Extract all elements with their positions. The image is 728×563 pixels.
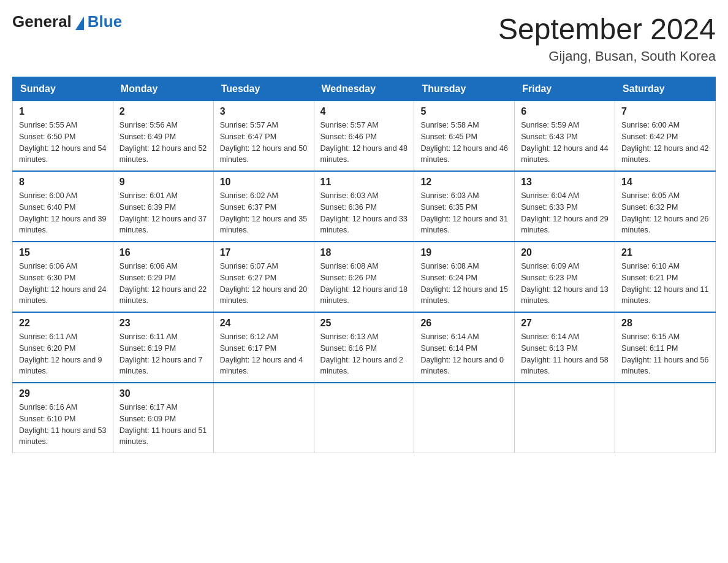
day-number: 13 xyxy=(521,177,609,188)
day-info: Sunrise: 6:10 AMSunset: 6:21 PMDaylight:… xyxy=(621,261,709,307)
day-info: Sunrise: 5:59 AMSunset: 6:43 PMDaylight:… xyxy=(521,120,609,166)
day-number: 2 xyxy=(119,106,207,117)
cell-week2-day1: 9Sunrise: 6:01 AMSunset: 6:39 PMDaylight… xyxy=(113,171,213,242)
cell-week3-day2: 17Sunrise: 6:07 AMSunset: 6:27 PMDayligh… xyxy=(213,242,314,312)
day-info: Sunrise: 6:08 AMSunset: 6:26 PMDaylight:… xyxy=(320,261,408,307)
day-number: 29 xyxy=(19,388,107,399)
day-number: 25 xyxy=(320,318,408,329)
week-row-3: 15Sunrise: 6:06 AMSunset: 6:30 PMDayligh… xyxy=(13,242,716,312)
day-info: Sunrise: 6:14 AMSunset: 6:14 PMDaylight:… xyxy=(420,331,508,377)
day-number: 14 xyxy=(621,177,709,188)
cell-week3-day4: 19Sunrise: 6:08 AMSunset: 6:24 PMDayligh… xyxy=(414,242,515,312)
day-info: Sunrise: 6:05 AMSunset: 6:32 PMDaylight:… xyxy=(621,190,709,236)
cell-week2-day0: 8Sunrise: 6:00 AMSunset: 6:40 PMDaylight… xyxy=(13,171,113,242)
cell-week4-day2: 24Sunrise: 6:12 AMSunset: 6:17 PMDayligh… xyxy=(213,312,314,383)
day-info: Sunrise: 5:57 AMSunset: 6:46 PMDaylight:… xyxy=(320,120,408,166)
day-info: Sunrise: 6:01 AMSunset: 6:39 PMDaylight:… xyxy=(119,190,207,236)
day-number: 18 xyxy=(320,247,408,258)
day-info: Sunrise: 6:12 AMSunset: 6:17 PMDaylight:… xyxy=(220,331,308,377)
day-number: 27 xyxy=(521,318,609,329)
weekday-header-row: SundayMondayTuesdayWednesdayThursdayFrid… xyxy=(13,77,716,101)
cell-week5-day1: 30Sunrise: 6:17 AMSunset: 6:09 PMDayligh… xyxy=(113,383,213,453)
day-number: 1 xyxy=(19,106,107,117)
day-number: 26 xyxy=(420,318,508,329)
title-section: September 2024 Gijang, Busan, South Kore… xyxy=(498,12,716,64)
day-number: 3 xyxy=(220,106,308,117)
day-number: 19 xyxy=(420,247,508,258)
day-number: 7 xyxy=(621,106,709,117)
week-row-4: 22Sunrise: 6:11 AMSunset: 6:20 PMDayligh… xyxy=(13,312,716,383)
cell-week4-day3: 25Sunrise: 6:13 AMSunset: 6:16 PMDayligh… xyxy=(314,312,414,383)
header-thursday: Thursday xyxy=(414,77,515,101)
cell-week1-day4: 5Sunrise: 5:58 AMSunset: 6:45 PMDaylight… xyxy=(414,101,515,172)
logo-general-text: General xyxy=(12,12,72,31)
day-info: Sunrise: 5:58 AMSunset: 6:45 PMDaylight:… xyxy=(420,120,508,166)
cell-week2-day4: 12Sunrise: 6:03 AMSunset: 6:35 PMDayligh… xyxy=(414,171,515,242)
day-info: Sunrise: 6:14 AMSunset: 6:13 PMDaylight:… xyxy=(521,331,609,377)
day-info: Sunrise: 6:00 AMSunset: 6:42 PMDaylight:… xyxy=(621,120,709,166)
day-number: 9 xyxy=(119,177,207,188)
logo-arrow-icon xyxy=(75,17,84,30)
calendar-title: September 2024 xyxy=(498,12,716,46)
cell-week3-day5: 20Sunrise: 6:09 AMSunset: 6:23 PMDayligh… xyxy=(515,242,615,312)
cell-week4-day5: 27Sunrise: 6:14 AMSunset: 6:13 PMDayligh… xyxy=(515,312,615,383)
cell-week3-day0: 15Sunrise: 6:06 AMSunset: 6:30 PMDayligh… xyxy=(13,242,113,312)
day-number: 15 xyxy=(19,247,107,258)
cell-week2-day3: 11Sunrise: 6:03 AMSunset: 6:36 PMDayligh… xyxy=(314,171,414,242)
day-number: 30 xyxy=(119,388,207,399)
day-info: Sunrise: 6:07 AMSunset: 6:27 PMDaylight:… xyxy=(220,261,308,307)
header-friday: Friday xyxy=(515,77,615,101)
day-number: 5 xyxy=(420,106,508,117)
day-info: Sunrise: 6:04 AMSunset: 6:33 PMDaylight:… xyxy=(521,190,609,236)
day-info: Sunrise: 5:55 AMSunset: 6:50 PMDaylight:… xyxy=(19,120,107,166)
day-number: 28 xyxy=(621,318,709,329)
cell-week1-day1: 2Sunrise: 5:56 AMSunset: 6:49 PMDaylight… xyxy=(113,101,213,172)
cell-week3-day1: 16Sunrise: 6:06 AMSunset: 6:29 PMDayligh… xyxy=(113,242,213,312)
week-row-2: 8Sunrise: 6:00 AMSunset: 6:40 PMDaylight… xyxy=(13,171,716,242)
cell-week5-day2 xyxy=(213,383,314,453)
cell-week4-day1: 23Sunrise: 6:11 AMSunset: 6:19 PMDayligh… xyxy=(113,312,213,383)
cell-week1-day5: 6Sunrise: 5:59 AMSunset: 6:43 PMDaylight… xyxy=(515,101,615,172)
day-number: 4 xyxy=(320,106,408,117)
header-sunday: Sunday xyxy=(13,77,113,101)
day-number: 23 xyxy=(119,318,207,329)
day-info: Sunrise: 6:15 AMSunset: 6:11 PMDaylight:… xyxy=(621,331,709,377)
cell-week1-day0: 1Sunrise: 5:55 AMSunset: 6:50 PMDaylight… xyxy=(13,101,113,172)
cell-week4-day4: 26Sunrise: 6:14 AMSunset: 6:14 PMDayligh… xyxy=(414,312,515,383)
day-info: Sunrise: 6:00 AMSunset: 6:40 PMDaylight:… xyxy=(19,190,107,236)
day-info: Sunrise: 6:11 AMSunset: 6:20 PMDaylight:… xyxy=(19,331,107,377)
header-wednesday: Wednesday xyxy=(314,77,414,101)
day-info: Sunrise: 6:02 AMSunset: 6:37 PMDaylight:… xyxy=(220,190,308,236)
top-section: General Blue September 2024 Gijang, Busa… xyxy=(12,12,716,64)
day-number: 8 xyxy=(19,177,107,188)
week-row-5: 29Sunrise: 6:16 AMSunset: 6:10 PMDayligh… xyxy=(13,383,716,453)
cell-week5-day3 xyxy=(314,383,414,453)
cell-week3-day3: 18Sunrise: 6:08 AMSunset: 6:26 PMDayligh… xyxy=(314,242,414,312)
day-info: Sunrise: 6:08 AMSunset: 6:24 PMDaylight:… xyxy=(420,261,508,307)
day-number: 24 xyxy=(220,318,308,329)
day-info: Sunrise: 6:11 AMSunset: 6:19 PMDaylight:… xyxy=(119,331,207,377)
logo-blue-text: Blue xyxy=(88,12,122,31)
week-row-1: 1Sunrise: 5:55 AMSunset: 6:50 PMDaylight… xyxy=(13,101,716,172)
calendar-subtitle: Gijang, Busan, South Korea xyxy=(498,48,716,64)
day-info: Sunrise: 6:03 AMSunset: 6:35 PMDaylight:… xyxy=(420,190,508,236)
cell-week5-day5 xyxy=(515,383,615,453)
day-info: Sunrise: 5:56 AMSunset: 6:49 PMDaylight:… xyxy=(119,120,207,166)
day-number: 12 xyxy=(420,177,508,188)
cell-week1-day6: 7Sunrise: 6:00 AMSunset: 6:42 PMDaylight… xyxy=(615,101,716,172)
cell-week1-day2: 3Sunrise: 5:57 AMSunset: 6:47 PMDaylight… xyxy=(213,101,314,172)
day-info: Sunrise: 6:16 AMSunset: 6:10 PMDaylight:… xyxy=(19,402,107,448)
cell-week4-day6: 28Sunrise: 6:15 AMSunset: 6:11 PMDayligh… xyxy=(615,312,716,383)
day-info: Sunrise: 6:03 AMSunset: 6:36 PMDaylight:… xyxy=(320,190,408,236)
cell-week5-day4 xyxy=(414,383,515,453)
day-number: 22 xyxy=(19,318,107,329)
day-info: Sunrise: 6:06 AMSunset: 6:30 PMDaylight:… xyxy=(19,261,107,307)
day-info: Sunrise: 6:13 AMSunset: 6:16 PMDaylight:… xyxy=(320,331,408,377)
day-number: 10 xyxy=(220,177,308,188)
cell-week2-day2: 10Sunrise: 6:02 AMSunset: 6:37 PMDayligh… xyxy=(213,171,314,242)
day-number: 16 xyxy=(119,247,207,258)
header-monday: Monday xyxy=(113,77,213,101)
day-info: Sunrise: 6:17 AMSunset: 6:09 PMDaylight:… xyxy=(119,402,207,448)
cell-week2-day6: 14Sunrise: 6:05 AMSunset: 6:32 PMDayligh… xyxy=(615,171,716,242)
day-number: 20 xyxy=(521,247,609,258)
